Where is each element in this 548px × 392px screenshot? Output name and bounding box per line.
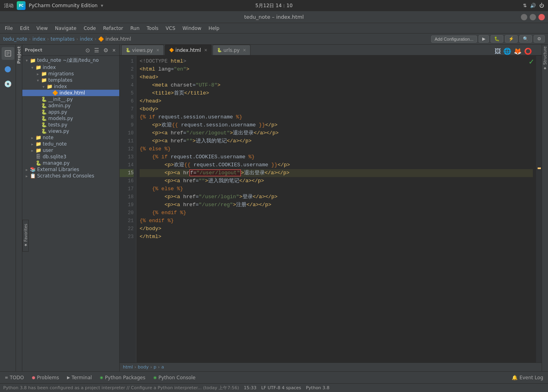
- panel-sync-button[interactable]: ⊙: [84, 47, 91, 54]
- breadcrumb-tedu-note[interactable]: tedu_note: [3, 36, 27, 42]
- menu-window[interactable]: Window: [179, 25, 205, 32]
- favorites-tab[interactable]: ★ Favorites: [22, 220, 29, 252]
- tab-index-html[interactable]: 🔶 index.html ×: [165, 45, 212, 55]
- tree-ext-lib-arrow[interactable]: ▸: [24, 167, 30, 172]
- breadcrumb-index2[interactable]: index: [80, 36, 93, 42]
- close-button[interactable]: [538, 14, 545, 20]
- code-line-20: {% endif %}: [140, 209, 533, 217]
- tab-todo[interactable]: ≡ TODO: [2, 373, 27, 382]
- code-line-11: <p><a href="">进入我的笔记</a></p>: [140, 137, 533, 145]
- tree-note-folder[interactable]: ▸ 📁 note: [22, 134, 119, 141]
- tree-init-py[interactable]: 🐍 __init__.py: [22, 96, 119, 102]
- menu-tools[interactable]: Tools: [144, 25, 162, 32]
- network-icon[interactable]: ⇅: [523, 3, 527, 8]
- opera-browser-icon[interactable]: ⭕: [524, 47, 532, 55]
- tree-views-py[interactable]: 🐍 views.py: [22, 128, 119, 134]
- tab-terminal[interactable]: ▶ Terminal: [64, 373, 95, 382]
- menu-file[interactable]: File: [2, 25, 16, 32]
- maximize-button[interactable]: [530, 14, 536, 20]
- volume-icon[interactable]: 🔊: [530, 3, 536, 8]
- tree-tests-py[interactable]: 🐍 tests.py: [22, 122, 119, 128]
- settings-button[interactable]: ⚙: [534, 35, 545, 43]
- menu-run[interactable]: Run: [127, 25, 143, 32]
- tree-admin-py[interactable]: 🐍 admin.py: [22, 102, 119, 109]
- tree-external-libraries[interactable]: ▸ 📚 External Libraries: [22, 166, 119, 173]
- tree-db-sqlite3[interactable]: 🗄 db.sqlite3: [22, 154, 119, 160]
- menu-vcs[interactable]: VCS: [162, 25, 178, 32]
- code-line-22: </body>: [140, 225, 533, 233]
- line-ending-encoding[interactable]: LF UTF-8 4 spaces: [261, 385, 301, 390]
- menu-view[interactable]: View: [33, 25, 51, 32]
- panel-collapse-button[interactable]: ☰: [93, 47, 101, 54]
- app-dropdown-icon[interactable]: ▾: [101, 3, 103, 8]
- tab-views-py[interactable]: 🐍 views.py ×: [121, 45, 164, 55]
- tree-root-arrow[interactable]: ▾: [24, 58, 30, 63]
- debug-button[interactable]: 🐛: [491, 35, 503, 43]
- project-view-icon[interactable]: [2, 47, 14, 60]
- tree-root[interactable]: ▾ 📁 tedu_note ~/桌面/tedu_no: [22, 57, 119, 64]
- chrome-icon[interactable]: ●: [2, 62, 14, 75]
- manage-py-icon: 🐍: [35, 160, 41, 166]
- views-py-tab-close[interactable]: ×: [156, 48, 159, 52]
- run-button[interactable]: ▶: [479, 35, 489, 43]
- tree-index-arrow[interactable]: ▾: [30, 65, 35, 70]
- problems-label: Problems: [37, 375, 59, 380]
- search-everywhere-button[interactable]: 🔍: [519, 35, 532, 43]
- minimize-button[interactable]: [521, 14, 527, 20]
- tree-index-sub-arrow[interactable]: ▾: [41, 85, 46, 89]
- tab-python-packages[interactable]: ◉ Python Packages: [97, 373, 148, 382]
- panel-settings-button[interactable]: ⚙: [102, 47, 110, 54]
- tree-index-html[interactable]: 🔶 index.html: [22, 90, 119, 96]
- tab-problems[interactable]: ● Problems: [29, 373, 62, 382]
- tree-index-sub-folder[interactable]: ▾ 📁 index: [22, 83, 119, 90]
- tree-scratches-arrow[interactable]: ▸: [24, 174, 30, 178]
- tree-migrations-arrow[interactable]: ▸: [35, 72, 41, 76]
- tree-templates-arrow[interactable]: ▾: [35, 78, 41, 83]
- chrome-browser-icon[interactable]: 🌐: [503, 47, 511, 55]
- line-num-18: 18: [120, 193, 134, 201]
- tree-apps-py[interactable]: 🐍 apps.py: [22, 109, 119, 115]
- tree-user-arrow[interactable]: ▸: [30, 148, 35, 153]
- menu-refactor[interactable]: Refactor: [100, 25, 126, 32]
- coverage-button[interactable]: ⚡: [505, 35, 518, 43]
- code-line-23: </html>: [140, 233, 533, 241]
- tree-templates-folder[interactable]: ▾ 📁 templates: [22, 77, 119, 83]
- panel-hide-button[interactable]: ×: [111, 47, 117, 54]
- cursor-position[interactable]: 15:33: [244, 385, 256, 390]
- tab-urls-py[interactable]: 🐍 urls.py ×: [213, 45, 250, 55]
- tree-tedu-note-sub-arrow[interactable]: ▸: [30, 142, 35, 146]
- menu-navigate[interactable]: Navigate: [52, 25, 80, 32]
- power-icon[interactable]: ⏻: [539, 3, 544, 8]
- menu-code[interactable]: Code: [81, 25, 99, 32]
- tree-index-folder[interactable]: ▾ 📁 index: [22, 64, 119, 71]
- tree-manage-py[interactable]: 🐍 manage.py: [22, 160, 119, 166]
- tree-migrations-folder[interactable]: ▸ 📁 migrations: [22, 71, 119, 77]
- tree-scratches-consoles[interactable]: ▸ 📋 Scratches and Consoles: [22, 173, 119, 179]
- menu-help[interactable]: Help: [205, 25, 223, 32]
- firefox-browser-icon[interactable]: 🦊: [514, 47, 522, 55]
- tree-note-arrow[interactable]: ▸: [30, 136, 35, 140]
- tree-tests-py-label: tests.py: [48, 122, 67, 128]
- tree-tedu-note-sub-folder[interactable]: ▸ 📁 tedu_note: [22, 141, 119, 147]
- menu-edit[interactable]: Edit: [17, 25, 32, 32]
- path-html: html: [123, 364, 133, 370]
- breadcrumb-templates[interactable]: templates: [51, 36, 75, 42]
- tab-python-console[interactable]: ◉ Python Console: [150, 373, 199, 382]
- urls-py-tab-close[interactable]: ×: [243, 48, 246, 52]
- line-num-13: 13: [120, 153, 134, 161]
- project-panel-tools: ⊙ ☰ ⚙ ×: [84, 47, 117, 54]
- code-content[interactable]: <!DOCTYPE html> <html lang="en"> <head> …: [136, 56, 536, 362]
- project-vertical-tab[interactable]: Project: [16, 45, 22, 371]
- python-version[interactable]: Python 3.8: [306, 385, 329, 390]
- index-html-tab-close[interactable]: ×: [204, 48, 207, 52]
- tree-user-folder[interactable]: ▸ 📁 user: [22, 147, 119, 154]
- event-log-tab[interactable]: 🔔 Event Log: [509, 373, 546, 382]
- add-configuration-button[interactable]: Add Configuration...: [431, 35, 477, 43]
- tree-apps-py-label: apps.py: [48, 109, 67, 115]
- breadcrumb-index[interactable]: index: [32, 36, 45, 42]
- file-preview-icon[interactable]: 🖼: [495, 47, 501, 55]
- tree-models-py[interactable]: 🐍 models.py: [22, 115, 119, 122]
- code-editor[interactable]: 1 2 3 4 5 6 7 8 9 10 11 12 13 14 15 16 1…: [120, 56, 542, 362]
- structure-vertical-tab[interactable]: ★ Structure: [542, 45, 548, 371]
- dvd-icon[interactable]: 💿: [2, 77, 14, 90]
